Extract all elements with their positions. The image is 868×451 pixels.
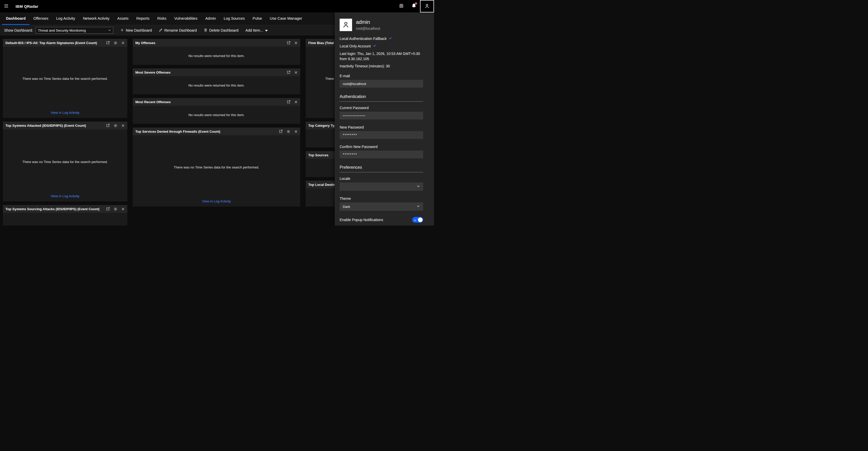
close-icon[interactable] [294,130,298,133]
notifications-button[interactable] [408,0,420,12]
new-password-field[interactable] [340,131,423,139]
last-login-info: Last login: Thu, Jan 1, 2026, 10:53 AM G… [340,51,423,61]
last-login-line1: Last login: Thu, Jan 1, 2026, 10:53 AM G… [340,51,423,57]
tab-vulnerabilities[interactable]: Vulnerabilities [170,12,202,25]
locale-label: Locale [340,176,423,181]
widget-header: Top Systems Attacked (IDS/IDP/IPS) (Even… [3,122,127,129]
tab-assets[interactable]: Assets [113,12,132,25]
dashboard-select[interactable]: Threat and Security Monitoring [35,27,113,34]
tab-risks[interactable]: Risks [153,12,170,25]
launch-icon[interactable] [287,100,290,104]
chevron-down-icon [416,185,420,189]
check-icon [373,44,376,48]
chevron-down-icon [416,204,420,208]
widget-header: Top Systems Sourcing Attacks (IDS/IDP/IP… [3,205,127,213]
pencil-icon [159,28,162,33]
check-icon [414,218,416,222]
new-dashboard-label: New Dashboard [126,28,152,32]
menu-button[interactable] [0,0,12,12]
empty-message: There was no Time Series data for the se… [22,77,108,80]
launch-icon[interactable] [279,130,283,133]
user-menu-button[interactable] [420,0,434,12]
user-icon [342,21,350,29]
widget-body: There was no Time Series data for the se… [3,47,127,118]
chevron-down-icon [108,29,111,32]
close-icon[interactable] [294,41,298,44]
confirm-new-password-field[interactable] [340,151,423,158]
local-auth-fallback-flag: Local Authentication Fallback [340,36,423,41]
email-field[interactable] [340,80,423,88]
widget-most-severe-offenses: Most Severe Offenses No results were ret… [133,68,300,94]
theme-select[interactable]: Dark [340,202,423,211]
widget-actions [287,70,298,74]
widget-actions [287,100,298,104]
view-in-log-activity-link[interactable]: View in Log Activity [51,111,79,115]
layers-icon [399,3,404,9]
tab-reports[interactable]: Reports [132,12,153,25]
delete-dashboard-label: Delete Dashboard [209,28,239,32]
preferences-section-header: Preferences [340,165,423,172]
popup-notifications-row: Enable Popup Notifications [340,217,423,223]
popup-notifications-label: Enable Popup Notifications [340,218,383,222]
avatar [340,19,352,31]
widget-title: Top Systems Attacked (IDS/IDP/IPS) (Even… [5,124,103,128]
plus-icon [120,28,124,33]
tab-log-sources[interactable]: Log Sources [220,12,249,25]
view-in-log-activity-link[interactable]: View in Log Activity [51,194,79,198]
popup-notifications-toggle[interactable] [412,217,423,223]
rename-dashboard-button[interactable]: Rename Dashboard [159,28,197,33]
last-login-line2: from 9.30.162.105 [340,57,423,62]
gear-icon[interactable] [114,124,118,128]
gear-icon[interactable] [114,41,118,45]
gear-icon[interactable] [286,130,290,133]
launch-icon[interactable] [106,41,110,44]
user-icon [424,3,430,9]
close-icon[interactable] [121,124,125,127]
current-password-field[interactable] [340,112,423,120]
tab-offenses[interactable]: Offenses [30,12,52,25]
widget-header: Most Recent Offenses [133,98,300,106]
confirm-new-password-label: Confirm New Password [340,144,423,149]
view-in-log-activity-link[interactable]: View in Log Activity [202,199,231,203]
launch-icon[interactable] [287,41,290,44]
widget-top-services-denied: Top Services Denied through Firewalls (E… [133,128,300,206]
dashboard-column-left: Default-IDS / IPS-All: Top Alarm Signatu… [3,39,127,226]
add-item-label: Add Item... [246,28,263,32]
add-item-button[interactable]: Add Item... [246,28,268,32]
tab-admin[interactable]: Admin [202,12,220,25]
qradar-app: IBM QRadar Dashboard Offenses [0,0,434,226]
tab-pulse[interactable]: Pulse [249,12,266,25]
empty-message: There was no Time Series data for the se… [174,165,259,169]
tab-network-activity[interactable]: Network Activity [79,12,113,25]
launch-icon[interactable] [106,207,110,211]
widget-actions [287,41,298,44]
authentication-section-header: Authentication [340,94,423,102]
tab-log-activity[interactable]: Log Activity [52,12,79,25]
widget-body: There was no Time Series data for the se… [3,129,127,201]
gear-icon[interactable] [114,207,118,211]
launch-icon[interactable] [106,124,110,127]
caret-down-icon [265,28,268,32]
profile-username: admin [356,19,380,25]
widget-header: Top Services Denied through Firewalls (E… [133,128,300,135]
hamburger-icon [4,3,9,9]
topbar: IBM QRadar [0,0,434,12]
dashboard-column-middle: My Offenses No results were returned for… [133,39,300,226]
current-password-label: Current Password [340,106,423,110]
tab-dashboard[interactable]: Dashboard [2,12,30,25]
widget-top-systems-sourcing-attacks: Top Systems Sourcing Attacks (IDS/IDP/IP… [3,205,127,226]
launch-icon[interactable] [287,70,290,74]
delete-dashboard-button[interactable]: Delete Dashboard [204,28,239,33]
close-icon[interactable] [294,71,298,74]
new-password-label: New Password [340,125,423,129]
close-icon[interactable] [294,100,298,104]
show-dashboard-label: Show Dashboard: [4,28,33,32]
tab-use-case-manager[interactable]: Use Case Manager [266,12,306,25]
new-dashboard-button[interactable]: New Dashboard [120,28,152,33]
inactivity-timeout: Inactivity Timeout (minutes): 30 [340,64,423,68]
close-icon[interactable] [121,41,125,44]
locale-select[interactable] [340,183,423,191]
layers-button[interactable] [395,0,408,12]
widget-my-offenses: My Offenses No results were returned for… [133,39,300,65]
close-icon[interactable] [121,207,125,211]
